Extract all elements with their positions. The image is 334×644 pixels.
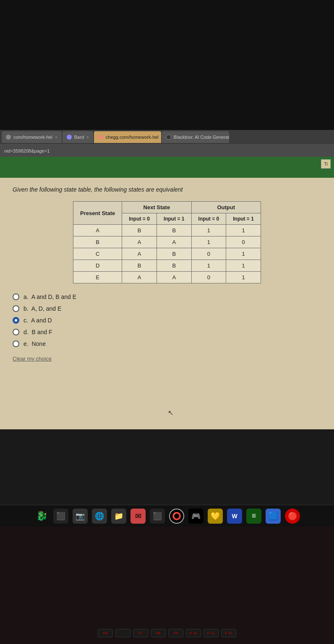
key-f10[interactable]: F 10 bbox=[186, 629, 201, 637]
option-e[interactable]: e. None bbox=[13, 340, 321, 347]
taskbar-camera[interactable]: 📷 bbox=[73, 509, 88, 524]
table-row: C A B 0 1 bbox=[73, 248, 261, 260]
radio-d[interactable] bbox=[13, 329, 19, 335]
address-text: nid=3598208&page=1 bbox=[4, 148, 50, 153]
next-state-header: Next State bbox=[122, 202, 191, 213]
taskbar-word[interactable]: W bbox=[227, 509, 242, 524]
cell-out0-3: 1 bbox=[191, 260, 226, 272]
option-label-b: b. A, D, and E bbox=[23, 305, 61, 312]
cell-out0-1: 1 bbox=[191, 236, 226, 248]
output-header: Output bbox=[191, 202, 261, 213]
taskbar-dark[interactable]: ⬛ bbox=[150, 509, 165, 524]
tab-4-icon bbox=[166, 135, 171, 140]
taskbar-xbox[interactable]: 🎮 bbox=[188, 509, 204, 524]
tab-2[interactable]: Bard × bbox=[63, 131, 93, 143]
cell-next0-2: A bbox=[122, 248, 157, 260]
key-f8-left[interactable]: F8 bbox=[98, 629, 113, 637]
radio-c[interactable] bbox=[13, 317, 19, 324]
tab-bar: com/homework-hel × Bard × chegg.com/home… bbox=[0, 130, 334, 144]
taskbar-lines[interactable]: ≡ bbox=[246, 509, 261, 524]
cell-out1-1: 0 bbox=[226, 236, 261, 248]
radio-b[interactable] bbox=[13, 305, 19, 312]
option-b[interactable]: b. A, D, and E bbox=[13, 305, 321, 312]
cell-present-4: E bbox=[73, 272, 122, 283]
option-label-d: d. B and F bbox=[23, 329, 52, 335]
tab-4[interactable]: Blackbox: AI Code Generat × bbox=[162, 131, 229, 143]
tab-2-label: Bard bbox=[74, 135, 84, 140]
tab-2-close[interactable]: × bbox=[86, 135, 89, 140]
top-right-button[interactable]: Ti bbox=[321, 159, 331, 169]
cell-out1-4: 1 bbox=[226, 272, 261, 283]
taskbar-browser[interactable]: 🌐 bbox=[92, 509, 107, 524]
key-f9[interactable]: F9 bbox=[168, 629, 183, 637]
address-bar[interactable]: nid=3598208&page=1 bbox=[0, 144, 334, 157]
top-dark-area bbox=[0, 0, 334, 130]
cell-present-0: A bbox=[73, 225, 122, 236]
taskbar-red[interactable]: 🔴 bbox=[285, 509, 300, 524]
key-empty bbox=[115, 629, 130, 637]
option-label-e: e. None bbox=[23, 340, 46, 347]
cell-next1-0: B bbox=[157, 225, 191, 236]
option-a[interactable]: a. A and D, B and E bbox=[13, 293, 321, 300]
cell-next0-0: B bbox=[122, 225, 157, 236]
tab-3-icon bbox=[98, 135, 103, 140]
site-header bbox=[0, 157, 334, 178]
cell-next0-3: B bbox=[122, 260, 157, 272]
tab-1-icon bbox=[6, 135, 11, 140]
key-f8[interactable]: F8 bbox=[151, 629, 166, 637]
next-input1-header: Input = 1 bbox=[157, 213, 191, 225]
cell-out0-0: 1 bbox=[191, 225, 226, 236]
key-f12[interactable]: F 12 bbox=[221, 629, 236, 637]
cell-out0-4: 0 bbox=[191, 272, 226, 283]
state-table-wrapper: Present State Next State Output Input = … bbox=[13, 201, 321, 283]
cell-out1-0: 1 bbox=[226, 225, 261, 236]
radio-a[interactable] bbox=[13, 293, 19, 300]
tab-3-label: chegg.com/homework-hel bbox=[106, 135, 159, 140]
option-d[interactable]: d. B and F bbox=[13, 329, 321, 335]
state-table: Present State Next State Output Input = … bbox=[73, 201, 261, 283]
table-row: B A A 1 0 bbox=[73, 236, 261, 248]
cell-next1-3: B bbox=[157, 260, 191, 272]
tab-3[interactable]: chegg.com/homework-hel × bbox=[94, 131, 161, 143]
taskbar-mail[interactable]: ✉ bbox=[130, 509, 146, 524]
content-area: Given the following state table, the fol… bbox=[0, 178, 334, 429]
option-label-c: c. A and D bbox=[23, 317, 52, 324]
taskbar-blue[interactable]: 🟦 bbox=[266, 509, 281, 524]
clear-choice-link[interactable]: Clear my choice bbox=[13, 356, 52, 362]
option-c[interactable]: c. A and D bbox=[13, 317, 321, 324]
tab-4-label: Blackbox: AI Code Generat bbox=[174, 135, 229, 140]
cell-present-1: B bbox=[73, 236, 122, 248]
option-label-a: a. A and D, B and E bbox=[23, 293, 76, 300]
keyboard-fn-row: F8 F7 F8 F9 F 10 F 11 F 12 bbox=[98, 629, 236, 637]
taskbar-yellow[interactable]: 💛 bbox=[208, 509, 223, 524]
tab-1[interactable]: com/homework-hel × bbox=[2, 131, 62, 143]
cell-next1-1: A bbox=[157, 236, 191, 248]
taskbar-circle[interactable]: ⭕ bbox=[169, 509, 184, 524]
taskbar-start[interactable]: 🐉 bbox=[34, 509, 49, 524]
key-f7[interactable]: F7 bbox=[133, 629, 148, 637]
radio-e[interactable] bbox=[13, 340, 19, 347]
out-input1-header: Input = 1 bbox=[226, 213, 261, 225]
question-text: Given the following state table, the fol… bbox=[13, 186, 321, 193]
cell-out1-3: 1 bbox=[226, 260, 261, 272]
taskbar: 🐉 ⬛ 📷 🌐 📁 ✉ ⬛ ⭕ 🎮 💛 W ≡ 🟦 🔴 bbox=[0, 505, 334, 527]
cell-next1-4: A bbox=[157, 272, 191, 283]
tab-1-label: com/homework-hel bbox=[13, 135, 52, 140]
cell-next0-4: A bbox=[122, 272, 157, 283]
next-input0-header: Input = 0 bbox=[122, 213, 157, 225]
tab-1-close[interactable]: × bbox=[55, 135, 57, 140]
cell-out1-2: 1 bbox=[226, 248, 261, 260]
key-f11[interactable]: F 11 bbox=[204, 629, 219, 637]
cell-present-2: C bbox=[73, 248, 122, 260]
options-list: a. A and D, B and E b. A, D, and E c. A … bbox=[13, 293, 321, 347]
cell-next0-1: A bbox=[122, 236, 157, 248]
present-state-header: Present State bbox=[73, 202, 122, 225]
taskbar-square[interactable]: ⬛ bbox=[53, 509, 68, 524]
table-row: A B B 1 1 bbox=[73, 225, 261, 236]
tab-2-icon bbox=[67, 135, 72, 140]
table-row: E A A 0 1 bbox=[73, 272, 261, 283]
taskbar-folder[interactable]: 📁 bbox=[111, 509, 126, 524]
cell-out0-2: 0 bbox=[191, 248, 226, 260]
keyboard-area: F8 F7 F8 F9 F 10 F 11 F 12 bbox=[0, 527, 334, 644]
cell-next1-2: B bbox=[157, 248, 191, 260]
